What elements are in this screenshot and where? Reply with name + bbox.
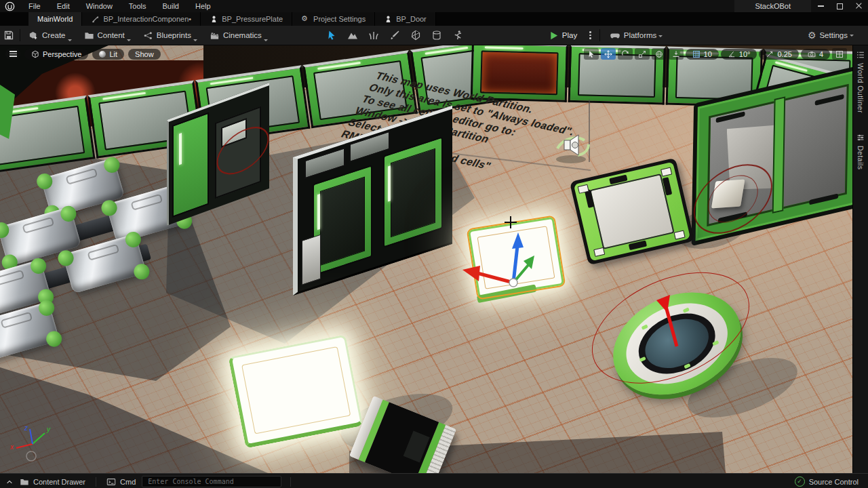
outliner-list-icon: [856, 51, 865, 59]
save-button[interactable]: [0, 27, 18, 43]
menu-file[interactable]: File: [28, 2, 41, 10]
statusbar: Content Drawer Cmd ✓ Source Control: [0, 473, 868, 488]
menu-help[interactable]: Help: [195, 2, 211, 10]
rotation-snap-control[interactable]: 10°: [721, 49, 757, 60]
settings-cluster: ⚙ Settings: [802, 30, 868, 40]
camera-speed-value: 4: [819, 50, 823, 58]
grid-snap-value: 10: [704, 50, 712, 58]
maximize-viewport-icon[interactable]: [832, 48, 847, 60]
window-controls: [811, 0, 868, 12]
tab-label: BP_PressurePlate: [222, 15, 283, 23]
gear-icon: ⚙: [808, 30, 816, 40]
viewport[interactable]: This map uses World Partition. Only this…: [0, 45, 852, 473]
chevron-up-icon[interactable]: [5, 478, 14, 486]
mode-mesh-paint-icon[interactable]: [386, 27, 403, 43]
mode-foliage-icon[interactable]: [365, 27, 382, 43]
mode-fracture-icon[interactable]: [407, 27, 425, 43]
content-drawer-button[interactable]: Content Drawer: [18, 474, 87, 488]
mode-animation-icon[interactable]: [449, 27, 467, 43]
world-outliner-label: World Outliner: [856, 63, 865, 113]
rotate-tool-icon[interactable]: [618, 48, 633, 60]
main-toolbar: Create Content Blueprints Cinematics: [0, 26, 868, 45]
cinematics-button[interactable]: Cinematics: [203, 26, 274, 45]
menu-edit[interactable]: Edit: [57, 2, 70, 10]
scale-snap-control[interactable]: 0.25: [759, 49, 798, 60]
tab-project-settings[interactable]: ⚙ Project Settings: [292, 12, 375, 26]
asset-tabbar: MainWorld BP_InteractionComponen• BP_Pre…: [0, 12, 868, 26]
scale-tool-icon[interactable]: [635, 48, 650, 60]
viewport-toolbar: Perspective Lit Show: [0, 48, 852, 60]
camera-icon: [808, 50, 816, 58]
perspective-label: Perspective: [43, 50, 81, 58]
tab-label: BP_Door: [396, 15, 427, 23]
tab-details[interactable]: Details: [856, 134, 865, 170]
platforms-button[interactable]: Platforms: [604, 30, 669, 41]
unreal-editor-window: File Edit Window Tools Build Help StackO…: [0, 0, 868, 488]
menu-tools[interactable]: Tools: [129, 2, 146, 10]
play-label: Play: [562, 31, 577, 39]
play-options-kebab-icon[interactable]: [585, 31, 596, 39]
mode-select-icon[interactable]: [323, 27, 340, 43]
actor-icon: [384, 15, 393, 24]
mode-brush-editing-icon[interactable]: [428, 27, 446, 43]
terminal-icon: [106, 477, 116, 487]
tab-label: MainWorld: [37, 15, 73, 23]
content-button[interactable]: Content: [78, 26, 137, 45]
grid-icon: [692, 50, 701, 58]
source-control-label: Source Control: [809, 478, 859, 486]
cmd-label: Cmd: [120, 478, 136, 486]
titlebar: File Edit Window Tools Build Help StackO…: [0, 0, 868, 12]
cinematics-label: Cinematics: [223, 31, 262, 39]
perspective-dropdown[interactable]: Perspective: [24, 49, 88, 60]
unreal-engine-logo-icon: [5, 1, 15, 12]
gizmo-arrow-red[interactable]: [636, 284, 704, 359]
mouse-crosshair: [505, 216, 517, 228]
surface-snapping-icon[interactable]: [669, 48, 684, 60]
menu-window[interactable]: Window: [86, 2, 113, 10]
axis-z-label: z: [24, 424, 28, 432]
cube-icon: [31, 50, 39, 58]
show-dropdown[interactable]: Show: [128, 49, 161, 60]
menu-build[interactable]: Build: [163, 2, 179, 10]
editor-modes: [323, 27, 467, 43]
tab-mainworld[interactable]: MainWorld: [28, 12, 82, 26]
play-cluster: Play Platforms: [542, 29, 669, 41]
folder-icon: [84, 30, 94, 41]
ambient-sound-icon[interactable]: [551, 125, 593, 165]
tab-bp-door[interactable]: BP_Door: [375, 12, 436, 26]
create-button[interactable]: Create: [22, 26, 78, 45]
actor-icon: [210, 15, 218, 24]
camera-speed-control[interactable]: 4: [801, 49, 830, 60]
mode-landscape-icon[interactable]: [344, 27, 361, 43]
check-circle-icon: ✓: [795, 476, 805, 487]
source-control-status[interactable]: ✓ Source Control: [795, 476, 863, 487]
settings-icon: ⚙: [301, 15, 310, 24]
select-tool-icon[interactable]: [584, 48, 599, 60]
view-mode-dropdown[interactable]: Lit: [92, 49, 124, 60]
details-label: Details: [856, 146, 865, 170]
blueprints-button[interactable]: Blueprints: [137, 26, 203, 45]
tab-bp-interactioncomponent[interactable]: BP_InteractionComponen•: [82, 12, 201, 26]
tab-bp-pressureplate[interactable]: BP_PressurePlate: [201, 12, 292, 26]
lit-sphere-icon: [99, 51, 106, 58]
close-button[interactable]: [849, 0, 868, 12]
world-space-globe-icon[interactable]: [652, 48, 667, 60]
restore-button[interactable]: [830, 0, 849, 12]
play-button[interactable]: Play: [542, 30, 583, 41]
scale-snap-value: 0.25: [777, 50, 791, 58]
move-tool-icon[interactable]: [601, 48, 616, 60]
viewport-options-menu-icon[interactable]: [5, 48, 20, 60]
clapperboard-icon: [210, 30, 220, 41]
cube-plus-icon: [28, 30, 39, 41]
content-drawer-label: Content Drawer: [33, 478, 85, 486]
minimize-button[interactable]: [811, 0, 830, 12]
console-command-input[interactable]: [142, 476, 281, 487]
tab-world-outliner[interactable]: World Outliner: [856, 51, 865, 113]
grid-snap-control[interactable]: 10: [686, 49, 719, 60]
cmd-button[interactable]: Cmd: [105, 474, 137, 488]
create-label: Create: [42, 31, 66, 39]
settings-label: Settings: [819, 31, 848, 39]
toolbar-settings-button[interactable]: ⚙ Settings: [802, 30, 860, 40]
platforms-label: Platforms: [624, 31, 657, 39]
gamepad-icon: [610, 30, 620, 41]
